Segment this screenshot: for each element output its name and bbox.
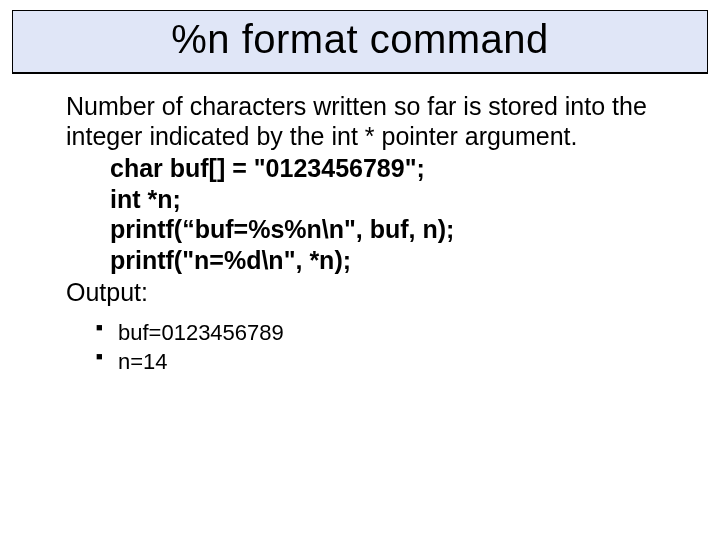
output-item: n=14	[96, 347, 672, 377]
title-bar: %n format command	[12, 10, 708, 74]
output-item: buf=0123456789	[96, 318, 672, 348]
code-line: printf(“buf=%s%n\n", buf, n);	[110, 214, 672, 245]
code-line: int *n;	[110, 184, 672, 215]
code-line: printf("n=%d\n", *n);	[110, 245, 672, 276]
slide-content: Number of characters written so far is s…	[0, 74, 720, 377]
output-list: buf=0123456789 n=14	[66, 318, 672, 377]
description-text: Number of characters written so far is s…	[66, 92, 672, 151]
code-line: char buf[] = "0123456789";	[110, 153, 672, 184]
code-block: char buf[] = "0123456789"; int *n; print…	[66, 153, 672, 275]
output-label: Output:	[66, 277, 672, 308]
slide-title: %n format command	[13, 17, 707, 62]
